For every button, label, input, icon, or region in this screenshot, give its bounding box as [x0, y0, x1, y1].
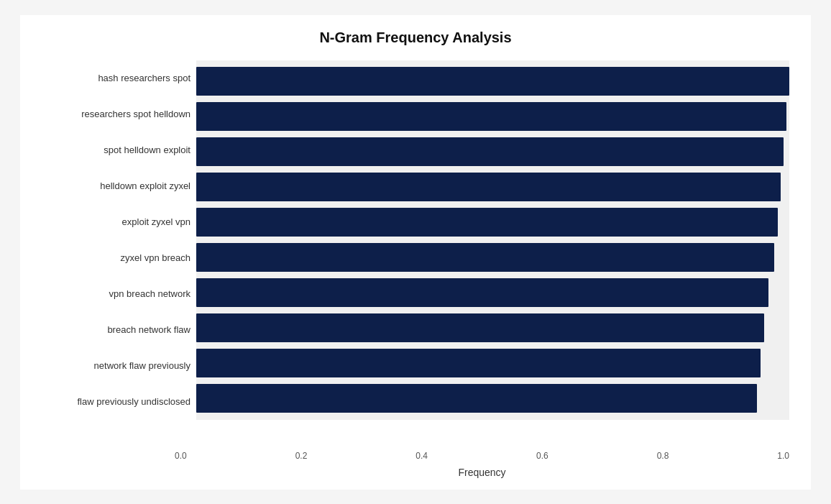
x-tick-label: 0.6 [536, 451, 548, 461]
bar [196, 102, 786, 131]
y-axis-label: vpn breach network [109, 289, 190, 298]
x-tick-label: 0.2 [295, 451, 308, 461]
plot-area [196, 60, 789, 420]
y-axis-label: hash researchers spot [98, 73, 190, 83]
bar [196, 173, 781, 201]
x-tick-label: 0.4 [416, 451, 428, 461]
chart-container: N-Gram Frequency Analysis hash researche… [20, 15, 811, 490]
bar-row [196, 206, 789, 239]
bar-row [196, 170, 789, 203]
bar [196, 384, 757, 413]
bar-row [196, 241, 789, 274]
bar [196, 313, 764, 342]
bar [196, 67, 789, 96]
y-axis-label: zyxel vpn breach [120, 253, 190, 262]
x-axis-label: Frequency [175, 467, 789, 478]
y-axis-label: network flaw previously [94, 361, 190, 370]
bar [196, 137, 784, 166]
bar [196, 243, 774, 272]
bar-row [196, 65, 789, 98]
chart-title: N-Gram Frequency Analysis [42, 29, 789, 46]
y-axis-label: spot helldown exploit [104, 145, 190, 155]
x-tick-label: 0.8 [657, 451, 669, 461]
bar-row [196, 100, 789, 133]
bar-row [196, 347, 789, 380]
x-tick-row: 0.00.20.40.60.81.0 [175, 446, 789, 461]
x-tick-label: 1.0 [777, 451, 789, 461]
x-tick-label: 0.0 [175, 451, 187, 461]
y-axis-label: helldown exploit zyxel [100, 181, 190, 191]
y-axis-label: researchers spot helldown [81, 109, 190, 119]
y-axis: hash researchers spotresearchers spot he… [42, 60, 196, 420]
bar [196, 349, 761, 377]
bar-row [196, 135, 789, 168]
y-axis-label: breach network flaw [107, 325, 190, 334]
bar [196, 278, 768, 307]
bottom-section: 0.00.20.40.60.81.0 Frequency [20, 446, 811, 490]
y-axis-label: flaw previously undisclosed [77, 397, 190, 406]
chart-area: hash researchers spotresearchers spot he… [42, 60, 789, 420]
bar [196, 208, 778, 237]
y-axis-label: exploit zyxel vpn [122, 217, 190, 226]
bar-row [196, 276, 789, 309]
bar-row [196, 382, 789, 415]
bar-row [196, 311, 789, 344]
